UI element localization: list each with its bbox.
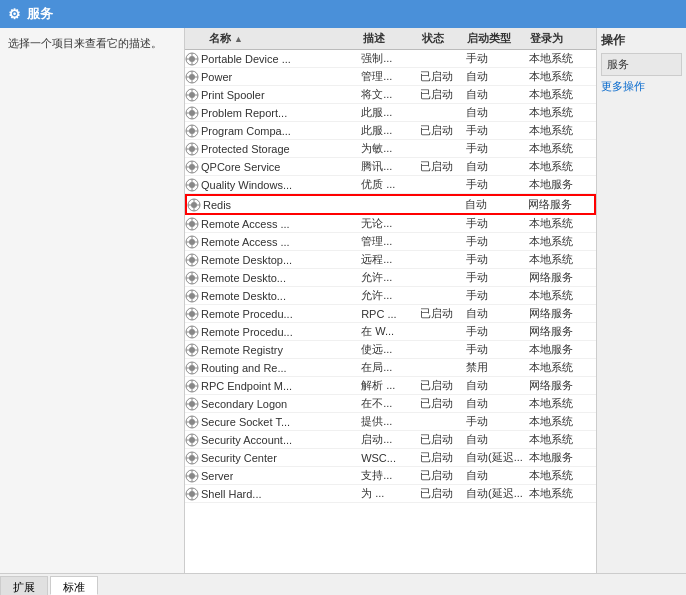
svg-point-121 — [189, 419, 195, 425]
row-desc: 允许... — [361, 288, 420, 303]
row-login: 网络服务 — [529, 324, 596, 339]
svg-point-85 — [189, 311, 195, 317]
left-panel: 选择一个项目来查看它的描述。 — [0, 28, 185, 573]
row-name: Remote Access ... — [201, 218, 290, 230]
table-row[interactable]: RPC Endpoint M... 解析 ... 已启动 自动 网络服务 — [185, 377, 596, 395]
table-row[interactable]: Quality Windows... 优质 ... 手动 本地服务 — [185, 176, 596, 194]
table-row[interactable]: Remote Desktop... 远程... 手动 本地系统 — [185, 251, 596, 269]
table-row[interactable]: Problem Report... 此服... 自动 本地系统 — [185, 104, 596, 122]
row-name-cell: QPCore Service — [185, 160, 361, 174]
more-actions-link[interactable]: 更多操作 — [601, 79, 682, 94]
table-row[interactable]: Redis 自动 网络服务 — [185, 194, 596, 215]
table-row[interactable]: Security Account... 启动... 已启动 自动 本地系统 — [185, 431, 596, 449]
row-name-cell: Portable Device ... — [185, 52, 361, 66]
row-name: Portable Device ... — [201, 53, 291, 65]
table-row[interactable]: Remote Deskto... 允许... 手动 本地系统 — [185, 287, 596, 305]
table-row[interactable]: Remote Access ... 管理... 手动 本地系统 — [185, 233, 596, 251]
service-icon — [185, 142, 199, 156]
header-login-as[interactable]: 登录为 — [530, 31, 596, 46]
table-row[interactable]: Remote Procedu... 在 W... 手动 网络服务 — [185, 323, 596, 341]
table-row[interactable]: Protected Storage 为敏... 手动 本地系统 — [185, 140, 596, 158]
table-row[interactable]: QPCore Service 腾讯... 已启动 自动 本地系统 — [185, 158, 596, 176]
service-icon — [185, 397, 199, 411]
row-name-cell: Remote Access ... — [185, 235, 361, 249]
svg-point-61 — [189, 239, 195, 245]
row-startup: 手动 — [466, 51, 529, 66]
row-name-cell: Quality Windows... — [185, 178, 361, 192]
table-row[interactable]: Portable Device ... 强制... 手动 本地系统 — [185, 50, 596, 68]
row-name: Protected Storage — [201, 143, 290, 155]
row-startup: 自动 — [466, 105, 529, 120]
tab-扩展[interactable]: 扩展 — [0, 576, 48, 595]
tab-标准[interactable]: 标准 — [50, 576, 98, 595]
row-name-cell: Power — [185, 70, 361, 84]
row-startup: 手动 — [466, 342, 529, 357]
row-startup: 自动 — [466, 432, 529, 447]
row-name-cell: Redis — [187, 198, 361, 212]
svg-point-49 — [191, 202, 197, 208]
row-startup: 自动 — [466, 396, 529, 411]
table-row[interactable]: Secondary Logon 在不... 已启动 自动 本地系统 — [185, 395, 596, 413]
table-row[interactable]: Print Spooler 将文... 已启动 自动 本地系统 — [185, 86, 596, 104]
row-login: 网络服务 — [529, 270, 596, 285]
row-name: Remote Deskto... — [201, 272, 286, 284]
table-body[interactable]: Portable Device ... 强制... 手动 本地系统 — [185, 50, 596, 573]
table-container: Portable Device ... 强制... 手动 本地系统 — [185, 50, 596, 573]
row-status: 已启动 — [420, 486, 466, 501]
table-row[interactable]: Security Center WSC... 已启动 自动(延迟... 本地服务 — [185, 449, 596, 467]
row-login: 本地系统 — [529, 486, 596, 501]
service-icon — [185, 52, 199, 66]
table-row[interactable]: Shell Hard... 为 ... 已启动 自动(延迟... 本地系统 — [185, 485, 596, 503]
table-row[interactable]: Remote Deskto... 允许... 手动 网络服务 — [185, 269, 596, 287]
header-startup-type[interactable]: 启动类型 — [467, 31, 529, 46]
row-startup: 手动 — [466, 177, 529, 192]
row-name: Redis — [203, 199, 231, 211]
table-row[interactable]: Server 支持... 已启动 自动 本地系统 — [185, 467, 596, 485]
service-icon — [185, 361, 199, 375]
table-row[interactable]: Remote Procedu... RPC ... 已启动 自动 网络服务 — [185, 305, 596, 323]
table-row[interactable]: Remote Registry 使远... 手动 本地服务 — [185, 341, 596, 359]
row-status: 已启动 — [420, 69, 466, 84]
svg-point-97 — [189, 347, 195, 353]
left-panel-description: 选择一个项目来查看它的描述。 — [8, 37, 162, 49]
service-icon — [185, 451, 199, 465]
row-name: Secure Socket T... — [201, 416, 290, 428]
row-login: 本地服务 — [529, 177, 596, 192]
right-panel-section[interactable]: 服务 — [601, 53, 682, 76]
svg-point-115 — [189, 401, 195, 407]
service-icon — [185, 469, 199, 483]
row-desc: 腾讯... — [361, 159, 420, 174]
service-icon — [185, 379, 199, 393]
row-name: Remote Procedu... — [201, 326, 293, 338]
row-name: Problem Report... — [201, 107, 287, 119]
row-desc: 提供... — [361, 414, 420, 429]
service-icon — [185, 88, 199, 102]
svg-point-139 — [189, 473, 195, 479]
header-description[interactable]: 描述 — [363, 31, 421, 46]
row-name: Remote Registry — [201, 344, 283, 356]
row-name-cell: Remote Registry — [185, 343, 361, 357]
header-status[interactable]: 状态 — [422, 31, 468, 46]
table-row[interactable]: Program Compa... 此服... 已启动 手动 本地系统 — [185, 122, 596, 140]
table-row[interactable]: Secure Socket T... 提供... 手动 本地系统 — [185, 413, 596, 431]
row-status: 已启动 — [420, 450, 466, 465]
row-login: 本地系统 — [529, 69, 596, 84]
svg-point-79 — [189, 293, 195, 299]
row-name-cell: Remote Deskto... — [185, 271, 361, 285]
header-name[interactable]: 名称 ▲ — [185, 31, 363, 46]
row-name-cell: Remote Procedu... — [185, 325, 361, 339]
svg-point-7 — [189, 74, 195, 80]
row-status: 已启动 — [420, 396, 466, 411]
row-login: 本地系统 — [529, 396, 596, 411]
table-row[interactable]: Routing and Re... 在局... 禁用 本地系统 — [185, 359, 596, 377]
table-row[interactable]: Remote Access ... 无论... 手动 本地系统 — [185, 215, 596, 233]
table-row[interactable]: Power 管理... 已启动 自动 本地系统 — [185, 68, 596, 86]
services-window: ⚙ 服务 选择一个项目来查看它的描述。 名称 ▲ 描述 状态 启动类型 登录为 — [0, 0, 686, 595]
row-desc: 管理... — [361, 234, 420, 249]
svg-point-13 — [189, 92, 195, 98]
row-login: 本地系统 — [529, 51, 596, 66]
title-bar: ⚙ 服务 — [0, 0, 686, 28]
row-name: QPCore Service — [201, 161, 280, 173]
row-startup: 自动 — [466, 306, 529, 321]
row-login: 本地系统 — [529, 288, 596, 303]
